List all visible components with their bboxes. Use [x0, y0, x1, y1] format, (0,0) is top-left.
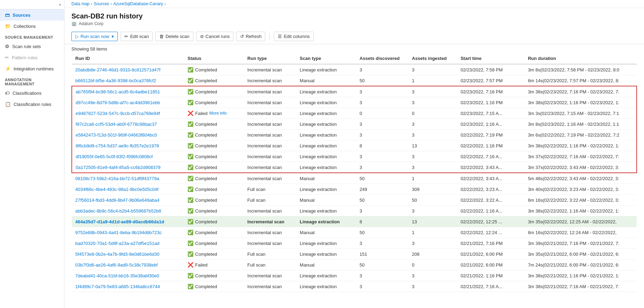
run-type-cell: Incremental scan [244, 281, 296, 292]
run-id-cell[interactable]: 27f56014-fbd3-4dd9-8b47-9b06e649aba4 [72, 195, 184, 206]
run-id-cell[interactable]: 0a172505-81e9-4af4-85a5-cc6b2d908379 [72, 162, 184, 173]
run-type-cell: Incremental scan [244, 206, 296, 216]
table-row: f97c2ca6-ccf5-53d4-ab0f-6778c98bac37✅Com… [72, 119, 637, 130]
run-id-cell[interactable]: 1f4d99c7-0a79-5e83-a685-134ba8cc6744 [72, 281, 184, 292]
assets-discovered-cell: 50 [356, 260, 408, 270]
run-duration-cell: 3m 3s(02/23/2022, 7:15 AM - 02/23/2022, … [524, 108, 637, 119]
run-id-cell[interactable]: abb3adec-8b9c-56c4-b2b4-b559687b52b8 [72, 206, 184, 216]
page-header: Scan-DB2 run history 🏢 Adatum Corp [64, 8, 644, 29]
table-row: e5842473-f13d-501f-969f-04663f804bc0✅Com… [72, 130, 637, 140]
col-run-id: Run ID [72, 53, 184, 64]
status-text: Completed [195, 284, 217, 289]
assets-discovered-cell: 3 [356, 151, 408, 162]
error-icon: ❌ [187, 262, 193, 268]
collapse-button[interactable]: « [0, 0, 64, 9]
assets-ingested-cell: 3 [408, 97, 457, 108]
table-row: ab765f94-bc98-56c1-acd5-6c4adbe11851✅Com… [72, 86, 637, 97]
run-id-cell[interactable]: d97cc49e-8d79-5d8b-af7c-ac4dd3961ebb [72, 97, 184, 108]
sidebar-item-classification-rules-label: Classification rules [14, 102, 51, 107]
run-id-cell[interactable]: e9487827-5234-547c-9ccb-d57ca769e94f [72, 108, 184, 119]
table-row: 464a35d7-d1a9-4d1d-ae89-d0acdb66da1d✅Com… [72, 216, 637, 227]
check-icon: ✅ [187, 240, 193, 246]
run-type-cell: Incremental scan [244, 97, 296, 108]
assets-ingested-cell: 13 [408, 140, 457, 151]
run-duration-cell: 3m 8s(02/23/2022, 1:16 AM - 02/23/2022, … [524, 119, 637, 130]
table-row: bad70320-70a1-5d9f-a23a-a27df5e151ad✅Com… [72, 238, 637, 249]
start-time-cell: 02/22/2022, 12:25 ... [457, 216, 524, 227]
check-icon: ✅ [187, 132, 193, 138]
status-text: Completed [195, 165, 217, 170]
table-row: 27f56014-fbd3-4dd9-8b47-9b06e649aba4✅Com… [72, 195, 637, 206]
run-type-cell: Incremental scan [244, 173, 296, 184]
start-time-cell: 02/22/2022, 12:24 ... [457, 227, 524, 238]
assets-ingested-cell: 3 [408, 130, 457, 140]
breadcrumb-data-map[interactable]: Data map [71, 1, 90, 6]
status-cell: ✅Completed [184, 270, 244, 281]
status-cell: ✅Completed [184, 249, 244, 260]
run-id-cell[interactable]: df19055f-0e65-5c0f-83f2-f096fc0808cf [72, 151, 184, 162]
assets-discovered-cell: 3 [356, 270, 408, 281]
cancel-runs-label: Cancel runs [206, 34, 230, 39]
start-time-cell: 02/23/2022, 1:16 A... [457, 119, 524, 130]
assets-discovered-cell: 3 [356, 281, 408, 292]
status-cell: ✅Completed [184, 281, 244, 292]
edit-scan-button[interactable]: ✏ Edit scan [121, 32, 152, 41]
check-icon: ✅ [187, 67, 193, 72]
status-text: Completed [195, 154, 217, 159]
refresh-button[interactable]: ↺ Refresh [236, 32, 266, 41]
scan-type-cell: Manual [296, 173, 356, 184]
table-container[interactable]: Run ID Status Run type Scan type Assets … [64, 53, 644, 308]
sidebar: « 🗃 Sources 📁 Collections Source managem… [0, 0, 64, 308]
sidebar-item-classification-rules[interactable]: 📋 Classification rules [0, 99, 64, 110]
assets-discovered-cell: 50 [356, 173, 408, 184]
run-type-cell: Incremental scan [244, 119, 296, 130]
run-id-cell[interactable]: 8f6cb9d9-c754-5d37-ae9c-fb357e2e1978 [72, 140, 184, 151]
run-duration-cell: 3m 38s(02/23/2022, 1:16 PM - 02/23/2022,… [524, 97, 637, 108]
check-icon: ✅ [187, 273, 193, 278]
building-icon: 🏢 [71, 21, 77, 26]
sidebar-item-scan-rule-sets[interactable]: ⚙ Scan rule sets [0, 41, 64, 52]
run-id-cell[interactable]: 08108c73-59b2-416a-bb72-51df9f43779a [72, 173, 184, 184]
table-row: 5f4573e8-0b2e-4a7b-9fd3-8e0d61be6d30✅Com… [72, 249, 637, 260]
delete-scan-label: Delete scan [166, 34, 190, 39]
run-type-cell: Incremental scan [244, 238, 296, 249]
status-cell: ✅Completed [184, 238, 244, 249]
run-scan-button[interactable]: ▷ Run scan now ▾ [71, 32, 118, 41]
status-text: Completed [195, 132, 217, 138]
sidebar-item-collections-label: Collections [14, 24, 36, 29]
run-duration-cell: 3m 35s(02/21/2022, 6:00 PM - 02/21/2022,… [524, 249, 637, 260]
delete-scan-button[interactable]: 🗑 Delete scan [155, 32, 193, 41]
run-id-cell[interactable]: 7deabd41-40ca-51bf-bb16-35e38abf30e0 [72, 270, 184, 281]
start-time-cell: 02/23/2022, 7:58 PM [457, 64, 524, 75]
status-cell: ✅Completed [184, 97, 244, 108]
run-id-cell[interactable]: 5f4573e8-0b2e-4a7b-9fd3-8e0d61be6d30 [72, 249, 184, 260]
sidebar-item-pattern-rules[interactable]: ✏ Pattern rules [0, 52, 64, 63]
run-id-cell[interactable]: 464a35d7-d1a9-4d1d-ae89-d0acdb66da1d [72, 216, 184, 227]
pattern-rules-icon: ✏ [5, 55, 9, 60]
run-id-cell[interactable]: 9752e68b-0943-4a41-8eba-9b194d6b723c [72, 227, 184, 238]
columns-icon: ☰ [278, 34, 282, 39]
run-duration-cell: 3m 6s(02/22/2022, 7:19 PM - 02/22/2022, … [524, 130, 637, 140]
run-id-cell[interactable]: b66512bf-bf5e-4a36-9398-bc0ca378fcf2 [72, 75, 184, 86]
edit-columns-button[interactable]: ☰ Edit columns [274, 32, 313, 41]
run-id-cell[interactable]: 03b7f3d6-ae26-4af6-9ad9-5c38c7938ebf [72, 260, 184, 270]
run-id-cell[interactable]: bad70320-70a1-5d9f-a23a-a27df5e151ad [72, 238, 184, 249]
sidebar-item-classifications[interactable]: 🏷 Classifications [0, 87, 64, 99]
sidebar-item-sources[interactable]: 🗃 Sources [0, 9, 64, 21]
run-id-cell[interactable]: 4034f66c-4be4-483c-98a1-9bc0e505c04f [72, 184, 184, 195]
more-info-link[interactable]: More info [209, 111, 227, 116]
breadcrumb-sources[interactable]: Sources [94, 1, 109, 6]
run-type-cell: Incremental scan [244, 162, 296, 173]
run-id-cell[interactable]: ab765f94-bc98-56c1-acd5-6c4adbe11851 [72, 86, 184, 97]
assets-discovered-cell: 3 [356, 238, 408, 249]
status-cell: ✅Completed [184, 119, 244, 130]
cancel-runs-button[interactable]: ⊘ Cancel runs [196, 32, 233, 41]
scan-rule-sets-icon: ⚙ [5, 44, 9, 49]
run-id-cell[interactable]: f97c2ca6-ccf5-53d4-ab0f-6778c98bac37 [72, 119, 184, 130]
sidebar-item-integration-runtimes[interactable]: ⚡ Integration runtimes [0, 63, 64, 74]
status-text: Completed [195, 208, 217, 214]
run-id-cell[interactable]: e5842473-f13d-501f-969f-04663f804bc0 [72, 130, 184, 140]
breadcrumb-azure-sql[interactable]: AzureSqlDatabase-Canary [113, 1, 163, 6]
run-id-cell[interactable]: 20abdb8e-2746-46d1-9310-8c812571d47f [72, 64, 184, 75]
sidebar-item-collections[interactable]: 📁 Collections [0, 21, 64, 32]
